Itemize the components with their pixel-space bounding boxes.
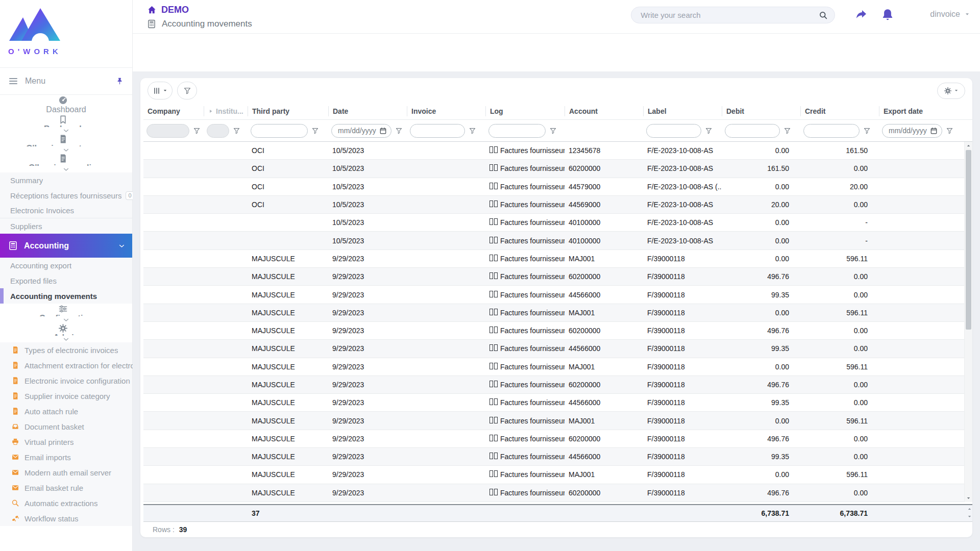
invoice-filter-funnel-icon[interactable] xyxy=(469,127,476,135)
pin-icon[interactable] xyxy=(115,77,124,86)
hamburger-icon[interactable] xyxy=(8,76,18,86)
breadcrumb: Accounting movements xyxy=(147,19,252,29)
third-party-filter-input[interactable] xyxy=(251,124,308,138)
table-settings-button[interactable] xyxy=(937,83,965,99)
column-header-debit[interactable]: Debit xyxy=(722,106,800,116)
app-title[interactable]: DEMO xyxy=(147,5,252,15)
sidebar-item-automatic-extractions[interactable]: Automatic extractions xyxy=(0,495,132,511)
calendar-icon[interactable] xyxy=(379,127,387,135)
credit-filter-input[interactable] xyxy=(803,124,860,138)
sidebar-item-auto-attach-rule[interactable]: Auto attach rule xyxy=(0,404,132,419)
sidebar-item-electronic-invoices[interactable]: Electronic Invoices xyxy=(0,203,132,218)
user-menu[interactable]: dinvoice xyxy=(930,10,970,19)
expand-column-icon[interactable] xyxy=(208,109,213,114)
sidebar-item-modern-auth-email-server[interactable]: Modern auth email server xyxy=(0,465,132,480)
log-filter-funnel-icon[interactable] xyxy=(549,127,557,135)
export-date-filter-input[interactable]: mm/dd/yyyy xyxy=(882,124,942,138)
date-filter-input[interactable]: mm/dd/yyyy xyxy=(331,124,391,138)
label-filter-funnel-icon[interactable] xyxy=(705,127,713,135)
notifications-bell-icon[interactable] xyxy=(881,8,894,21)
vertical-scrollbar[interactable] xyxy=(964,142,972,502)
log-filter-input[interactable] xyxy=(488,124,546,138)
table-row[interactable]: MAJUSCULE9/29/2023Factures fournisseurs4… xyxy=(143,394,964,412)
footer-scroll-up-icon[interactable] xyxy=(967,507,972,511)
sidebar-item-types-of-electronic-invoices[interactable]: Types of electronic invoices xyxy=(0,342,132,358)
sidebar-item-attachment-extraction-for-electroni[interactable]: Attachment extraction for electroni xyxy=(0,358,132,373)
column-header-institution[interactable]: Institu... xyxy=(204,106,248,116)
table-row[interactable]: MAJUSCULE9/29/2023Factures fournisseurs4… xyxy=(143,448,964,466)
table-row[interactable]: MAJUSCULE9/29/2023Factures fournisseurs6… xyxy=(143,268,964,286)
third-party-filter-funnel-icon[interactable] xyxy=(311,127,319,135)
sidebar-item-document-basket[interactable]: Document basket xyxy=(0,419,132,434)
label-filter-input[interactable] xyxy=(646,124,701,138)
sidebar-item-workflow-status[interactable]: Workflow status xyxy=(0,511,132,526)
sidebar-item-virtual-printers[interactable]: Virtual printers xyxy=(0,434,132,449)
column-header-company[interactable]: Company xyxy=(143,106,204,116)
sidebar-item-exported-files[interactable]: Exported files xyxy=(0,273,132,288)
column-header-credit[interactable]: Credit xyxy=(800,106,879,116)
institution-filter-input[interactable] xyxy=(207,124,229,138)
sidebar-item-o-invoice-customers[interactable]: O'Invoice customers xyxy=(0,134,132,153)
table-row[interactable]: MAJUSCULE9/29/2023Factures fournisseurs6… xyxy=(143,430,964,448)
table-row[interactable]: MAJUSCULE9/29/2023Factures fournisseursM… xyxy=(143,358,964,376)
table-row[interactable]: 10/5/2023Factures fournisseurs40100000F/… xyxy=(143,214,964,232)
table-row[interactable]: OCI10/5/2023Factures fournisseurs1234567… xyxy=(143,142,964,160)
search-icon[interactable] xyxy=(819,11,828,20)
scrollbar-up-button[interactable] xyxy=(965,142,972,149)
company-filter-input[interactable] xyxy=(146,124,189,138)
company-filter-funnel-icon[interactable] xyxy=(193,127,201,135)
sidebar-item-dashboard[interactable]: Dashboard xyxy=(0,95,132,114)
table-row[interactable]: MAJUSCULE9/29/2023Factures fournisseurs4… xyxy=(143,340,964,358)
table-row[interactable]: OCI10/5/2023Factures fournisseurs6020000… xyxy=(143,160,964,178)
export-date-filter-funnel-icon[interactable] xyxy=(946,127,953,135)
column-header-export-date[interactable]: Export date xyxy=(879,106,958,116)
invoice-filter-input[interactable] xyxy=(410,124,465,138)
table-row[interactable]: MAJUSCULE9/29/2023Factures fournisseurs6… xyxy=(143,484,964,502)
sidebar-item-email-imports[interactable]: Email imports xyxy=(0,449,132,465)
sidebar-item-bookmarks[interactable]: Bookmarks xyxy=(0,114,132,134)
column-header-invoice[interactable]: Invoice xyxy=(407,106,485,116)
sidebar-item-electronic-invoice-configuration[interactable]: Electronic invoice configuration xyxy=(0,373,132,388)
search-input[interactable] xyxy=(631,7,835,23)
column-header-third-party[interactable]: Third party xyxy=(248,106,328,116)
sidebar-item-configuration[interactable]: Configuration xyxy=(0,304,132,323)
table-row[interactable]: OCI10/5/2023Factures fournisseurs4456900… xyxy=(143,196,964,214)
sidebar-item-suppliers[interactable]: Suppliers xyxy=(0,218,132,234)
table-row[interactable]: OCI10/5/2023Factures fournisseurs4457900… xyxy=(143,178,964,196)
table-row[interactable]: MAJUSCULE9/29/2023Factures fournisseurs4… xyxy=(143,286,964,304)
table-row[interactable]: MAJUSCULE9/29/2023Factures fournisseursM… xyxy=(143,412,964,430)
sidebar-item-o-invoice-suppliers[interactable]: O'Invoice suppliers xyxy=(0,153,132,172)
filter-button[interactable] xyxy=(177,82,197,99)
sidebar-item-admin[interactable]: Admin xyxy=(0,323,132,342)
sidebar-item-summary[interactable]: Summary xyxy=(0,172,132,188)
table-row[interactable]: MAJUSCULE9/29/2023Factures fournisseursM… xyxy=(143,250,964,268)
table-row[interactable]: 10/5/2023Factures fournisseurs40100000F/… xyxy=(143,232,964,249)
date-filter-funnel-icon[interactable] xyxy=(395,127,403,135)
sidebar-item-email-basket-rule[interactable]: Email basket rule xyxy=(0,480,132,495)
sidebar-item-accounting-export[interactable]: Accounting export xyxy=(0,258,132,273)
scrollbar-thumb[interactable] xyxy=(966,150,971,330)
debit-filter-input[interactable] xyxy=(725,124,780,138)
sidebar-item-accounting[interactable]: Accounting xyxy=(0,234,132,258)
institution-filter-funnel-icon[interactable] xyxy=(233,127,240,135)
table-row[interactable]: MAJUSCULE9/29/2023Factures fournisseurs6… xyxy=(143,322,964,340)
column-header-date[interactable]: Date xyxy=(328,106,407,116)
footer-scroll-down-icon[interactable] xyxy=(967,514,972,519)
logo[interactable]: O'WORK xyxy=(0,0,132,67)
credit-filter-funnel-icon[interactable] xyxy=(863,127,871,135)
scrollbar-down-button[interactable] xyxy=(965,494,972,502)
sidebar-item-supplier-invoice-category[interactable]: Supplier invoice category xyxy=(0,388,132,404)
column-header-label[interactable]: Label xyxy=(643,106,722,116)
share-icon[interactable] xyxy=(854,8,868,21)
debit-filter-funnel-icon[interactable] xyxy=(783,127,791,135)
columns-button[interactable] xyxy=(148,82,173,99)
calendar-icon[interactable] xyxy=(930,127,938,135)
table-row[interactable]: MAJUSCULE9/29/2023Factures fournisseursM… xyxy=(143,304,964,322)
cell-date: 9/29/2023 xyxy=(328,291,407,299)
column-header-log[interactable]: Log xyxy=(485,106,565,116)
table-row[interactable]: MAJUSCULE9/29/2023Factures fournisseurs6… xyxy=(143,376,964,394)
table-row[interactable]: MAJUSCULE9/29/2023Factures fournisseursM… xyxy=(143,466,964,484)
sidebar-item-r-ceptions-factures-fournisseurs[interactable]: Réceptions factures fournisseurs0 xyxy=(0,188,132,203)
sidebar-item-accounting-movements[interactable]: Accounting movements xyxy=(0,288,132,304)
column-header-account[interactable]: Account xyxy=(565,106,643,116)
